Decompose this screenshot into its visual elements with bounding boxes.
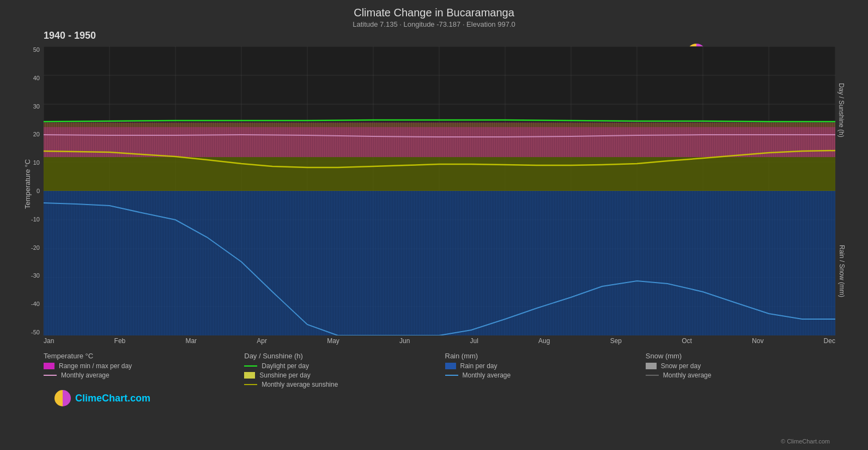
legend-snow-avg-label: Monthly average xyxy=(663,371,712,379)
sunshine-swatch xyxy=(244,372,255,379)
legend-sunshine-label: Sunshine per day xyxy=(259,371,310,379)
x-jan: Jan xyxy=(44,337,54,345)
snow-avg-line xyxy=(646,375,659,376)
legend-temp: Temperature °C Range min / max per day M… xyxy=(44,352,233,390)
x-axis: Jan Feb Mar Apr May Jun Jul Aug Sep Oct … xyxy=(44,337,835,345)
y-left-n40: -40 xyxy=(31,301,40,307)
legend-sun-avg-label: Monthly average sunshine xyxy=(262,381,338,388)
legend-sun-avg: Monthly average sunshine xyxy=(244,381,434,388)
legend-rain-title: Rain (mm) xyxy=(445,352,635,360)
legend-snow: Snow (mm) Snow per day Monthly average xyxy=(646,352,835,390)
y-left-n30: -30 xyxy=(31,272,40,279)
chart-title: Climate Change in Bucaramanga xyxy=(0,0,868,19)
y-left-40: 40 xyxy=(33,75,40,81)
legend-temp-range-label: Range min / max per day xyxy=(59,362,132,370)
copyright: © ClimeChart.com xyxy=(781,438,830,445)
snow-swatch xyxy=(646,363,657,369)
legend-snow-avg: Monthly average xyxy=(646,371,835,379)
legend-temp-avg-label: Monthly average xyxy=(61,371,110,379)
svg-rect-31 xyxy=(44,191,835,335)
legend-snow-day-label: Snow per day xyxy=(661,362,701,370)
logo-text-bottom: ClimeChart.com xyxy=(75,393,150,404)
legend-sunshine: Sunshine per day xyxy=(244,371,434,379)
y-left-n10: -10 xyxy=(31,216,40,223)
x-nov: Nov xyxy=(752,337,763,345)
x-oct: Oct xyxy=(682,337,692,345)
y-axis-left: 50 40 30 20 10 0 -10 -20 -30 -40 -50 xyxy=(0,46,43,335)
x-apr: Apr xyxy=(257,337,267,345)
x-may: May xyxy=(327,337,339,345)
year-range: 1940 - 1950 xyxy=(44,30,96,41)
sun-avg-line xyxy=(244,384,257,385)
rain-swatch xyxy=(445,363,456,369)
chart-svg: // We'll simulate this with a pattern xyxy=(44,46,835,335)
x-jun: Jun xyxy=(399,337,410,345)
y-left-n20: -20 xyxy=(31,244,40,251)
y-left-0: 0 xyxy=(37,188,40,194)
x-aug: Aug xyxy=(538,337,550,345)
y-left-50: 50 xyxy=(33,46,40,53)
x-feb: Feb xyxy=(114,337,126,345)
legend-sun-title: Day / Sunshine (h) xyxy=(244,352,434,360)
daylight-line xyxy=(244,365,257,367)
legend-rain-day-label: Rain per day xyxy=(460,362,497,370)
legend-temp-range: Range min / max per day xyxy=(44,362,233,370)
chart-area: // We'll simulate this with a pattern xyxy=(44,46,835,335)
logo-icon-bottom xyxy=(54,390,71,406)
legend-daylight-label: Daylight per day xyxy=(262,362,309,370)
y-left-30: 30 xyxy=(33,103,40,110)
y-axis-right-rain-title: Rain / Snow (mm) xyxy=(838,245,846,297)
x-mar: Mar xyxy=(185,337,197,345)
legend-rain-day: Rain per day xyxy=(445,362,635,370)
legend-rain-avg: Monthly average xyxy=(445,371,635,379)
temp-avg-line xyxy=(44,375,57,376)
legend-rain-avg-label: Monthly average xyxy=(463,371,511,379)
legend-temp-avg: Monthly average xyxy=(44,371,233,379)
legend-sun: Day / Sunshine (h) Daylight per day Suns… xyxy=(244,352,434,390)
legend-snow-day: Snow per day xyxy=(646,362,835,370)
legend-snow-title: Snow (mm) xyxy=(646,352,835,360)
temp-range-swatch xyxy=(44,363,54,369)
svg-rect-32 xyxy=(44,127,835,157)
x-sep: Sep xyxy=(610,337,622,345)
chart-subtitle: Latitude 7.135 · Longitude -73.187 · Ele… xyxy=(0,20,868,28)
logo-bottom-left: ClimeChart.com xyxy=(54,390,150,406)
x-jul: Jul xyxy=(470,337,478,345)
y-left-20: 20 xyxy=(33,131,40,137)
y-left-n50: -50 xyxy=(31,329,40,335)
chart-container: Climate Change in Bucaramanga Latitude 7… xyxy=(0,0,868,450)
legend-temp-title: Temperature °C xyxy=(44,352,233,360)
x-dec: Dec xyxy=(824,337,835,345)
legend-rain: Rain (mm) Rain per day Monthly average xyxy=(445,352,635,390)
y-axis-right-sun-title: Day / Sunshine (h) xyxy=(837,83,845,137)
y-left-10: 10 xyxy=(33,159,40,166)
legend: Temperature °C Range min / max per day M… xyxy=(44,352,835,390)
legend-daylight: Daylight per day xyxy=(244,362,434,370)
rain-avg-line xyxy=(445,375,458,376)
